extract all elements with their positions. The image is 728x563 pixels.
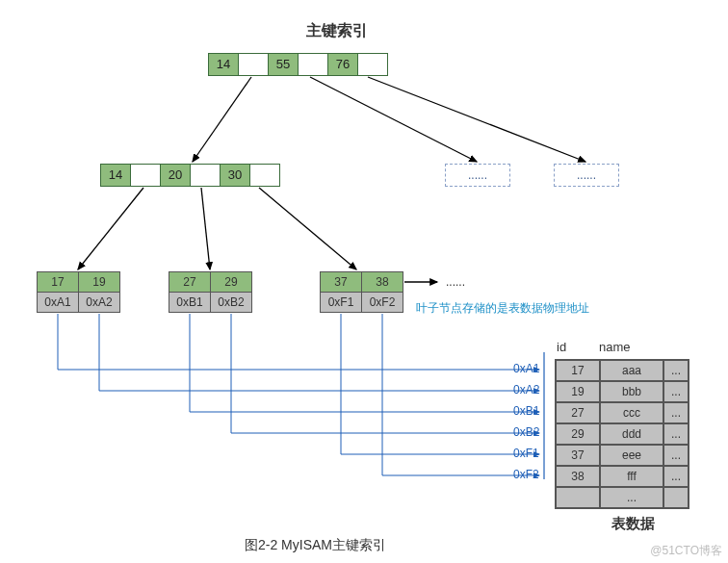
addr-label: 0xA1 (513, 362, 539, 375)
table-header: id (557, 340, 599, 354)
btree-node-placeholder: ...... (554, 164, 619, 187)
svg-line-2 (368, 77, 585, 162)
table-title: 表数据 (611, 515, 655, 533)
internal-ptr (250, 165, 279, 186)
btree-root-node: 14 55 76 (208, 53, 388, 76)
leaf-annotation: 叶子节点存储的是表数据物理地址 (416, 300, 589, 317)
root-key: 14 (209, 54, 239, 75)
leaf-addr: 0xA2 (79, 293, 119, 312)
btree-internal-node: 14 20 30 (100, 164, 280, 187)
root-ptr (239, 54, 269, 75)
figure-caption: 图2-2 MyISAM主键索引 (245, 537, 386, 554)
diagram-title: 主键索引 (270, 21, 404, 41)
svg-line-5 (259, 188, 356, 269)
table-header: name (599, 340, 661, 354)
svg-line-4 (201, 188, 210, 269)
root-key: 76 (328, 54, 358, 75)
table-row: 19bbb... (556, 381, 689, 402)
internal-key: 30 (221, 165, 250, 186)
table-row: 17aaa... (556, 360, 689, 381)
leaf-addr: 0xF2 (362, 293, 403, 312)
addr-label: 0xF1 (513, 447, 539, 460)
leaf-key: 29 (211, 272, 251, 293)
leaf-key: 27 (169, 272, 211, 293)
leaf-addr: 0xA1 (38, 293, 79, 312)
addr-label: 0xB1 (513, 404, 539, 418)
watermark: @51CTO博客 (650, 543, 722, 559)
addr-label: 0xB2 (513, 425, 539, 439)
svg-line-1 (310, 77, 477, 162)
table-row: ... (556, 487, 689, 508)
btree-leaf-node: 37 38 0xF1 0xF2 (320, 271, 403, 313)
leaf-key: 37 (321, 272, 362, 293)
table-row: 38fff... (556, 466, 689, 487)
addr-label: 0xF2 (513, 468, 539, 481)
table-header-row: id name (557, 340, 684, 354)
leaf-key: 19 (79, 272, 119, 293)
table-row: 27ccc... (556, 402, 689, 423)
internal-key: 20 (161, 165, 191, 186)
root-key: 55 (269, 54, 299, 75)
addr-label: 0xA2 (513, 383, 539, 397)
leaf-key: 17 (38, 272, 79, 293)
root-ptr (299, 54, 328, 75)
btree-node-placeholder: ...... (445, 164, 510, 187)
internal-key: 14 (101, 165, 131, 186)
internal-ptr (131, 165, 161, 186)
table-row: 29ddd... (556, 423, 689, 445)
data-table: 17aaa... 19bbb... 27ccc... 29ddd... 37ee… (555, 359, 689, 509)
root-ptr (358, 54, 387, 75)
btree-leaf-node: 17 19 0xA1 0xA2 (37, 271, 120, 313)
table-row: 37eee... (556, 445, 689, 466)
leaf-key: 38 (362, 272, 403, 293)
leaf-addr: 0xF1 (321, 293, 362, 312)
internal-ptr (191, 165, 221, 186)
leaf-addr: 0xB1 (169, 293, 211, 312)
leaf-addr: 0xB2 (211, 293, 251, 312)
table-header (661, 340, 684, 354)
svg-line-0 (193, 77, 251, 162)
svg-line-3 (78, 188, 143, 269)
btree-leaf-node: 27 29 0xB1 0xB2 (169, 271, 252, 313)
leaf-ellipsis: ...... (446, 275, 465, 289)
